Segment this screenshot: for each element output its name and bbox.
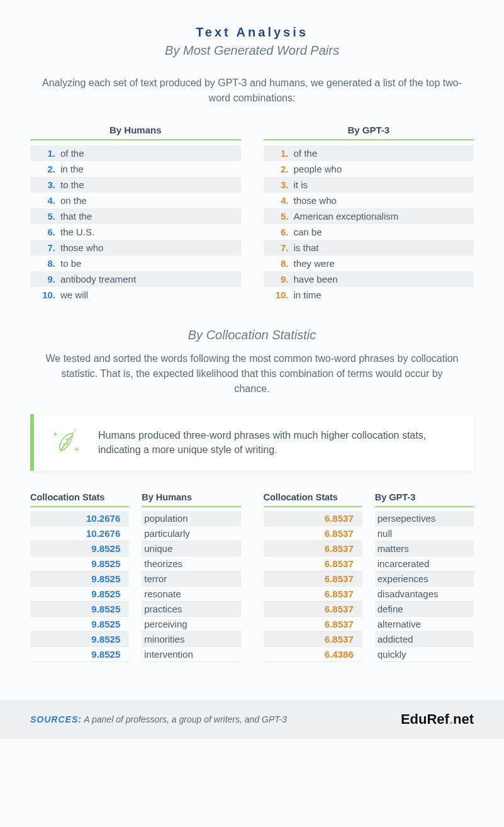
pair-text: it is	[294, 179, 308, 190]
collocation-stat: 6.8537	[264, 526, 362, 541]
list-item: 10.in time	[264, 287, 474, 303]
collocation-stat: 9.8525	[30, 556, 129, 571]
callout-box: Humans produced three-word phrases with …	[30, 414, 474, 471]
column-heading: By GPT-3	[375, 492, 474, 507]
collocation-word: persepectives	[375, 511, 474, 526]
collocation-stat: 6.8537	[264, 571, 362, 587]
section-description: We tested and sorted the words following…	[43, 351, 461, 397]
rank-number: 4.	[30, 195, 60, 206]
list-item: 4.on the	[30, 193, 241, 208]
svg-point-0	[55, 434, 56, 435]
list-item: 3.it is	[264, 177, 474, 193]
collocation-word: resonate	[142, 587, 240, 602]
collocation-word: theorizes	[142, 556, 240, 571]
svg-point-2	[75, 430, 76, 431]
column-heading: Collocation Stats	[264, 492, 362, 507]
sources-label: SOURCES:	[30, 714, 82, 724]
rank-number: 10.	[30, 290, 60, 300]
rank-number: 7.	[264, 242, 294, 253]
sources-text: SOURCES: A panel of professors, a group …	[30, 714, 287, 724]
collocation-stat: 10.2676	[30, 526, 129, 541]
pair-text: American exceptionalism	[294, 211, 399, 222]
rank-number: 2.	[30, 164, 60, 174]
column-heading: By Humans	[30, 125, 241, 140]
collocation-word: terror	[142, 571, 240, 587]
list-item: 5.that the	[30, 208, 241, 224]
rank-number: 6.	[30, 227, 60, 237]
collocation-word: quickly	[375, 647, 474, 662]
pair-text: that the	[60, 211, 92, 222]
pair-text: antibody treament	[60, 274, 136, 284]
column-heading: By GPT-3	[264, 125, 474, 140]
pair-text: to be	[60, 258, 81, 269]
pair-text: on the	[60, 195, 87, 206]
pair-text: is that	[294, 242, 319, 253]
word-pairs-humans: By Humans 1.of the2.in the3.to the4.on t…	[30, 125, 241, 303]
pair-text: those who	[294, 195, 337, 206]
collocation-word: alternative	[375, 617, 474, 632]
collocation-word: practices	[142, 602, 240, 617]
page-subtitle: By Most Generated Word Pairs	[30, 43, 474, 58]
collocation-word: population	[142, 511, 240, 526]
pair-text: have been	[294, 274, 338, 284]
list-item: 2.in the	[30, 161, 241, 177]
list-item: 6.the U.S.	[30, 224, 241, 240]
list-item: 2.people who	[264, 161, 474, 177]
collocation-stat: 6.8537	[264, 541, 362, 556]
list-item: 7.those who	[30, 240, 241, 256]
rank-number: 9.	[264, 274, 294, 284]
list-item: 3.to the	[30, 177, 241, 193]
rank-number: 9.	[30, 274, 60, 284]
rank-number: 8.	[30, 258, 60, 269]
collocation-word: addicted	[375, 632, 474, 647]
svg-point-1	[76, 449, 77, 450]
rank-number: 1.	[264, 148, 294, 159]
page-title: Text Analysis	[30, 25, 474, 40]
brand-tld: net	[453, 711, 474, 727]
rank-number: 10.	[264, 290, 294, 300]
pair-text: people who	[294, 164, 342, 174]
pair-text: we will	[60, 290, 88, 300]
collocation-stat: 6.8537	[264, 587, 362, 602]
list-item: 7.is that	[264, 240, 474, 256]
collocation-word: minorities	[142, 632, 240, 647]
collocation-word: define	[375, 602, 474, 617]
pair-text: of the	[60, 148, 84, 159]
rank-number: 6.	[264, 227, 294, 237]
collocation-stat: 6.8537	[264, 617, 362, 632]
list-item: 1.of the	[264, 145, 474, 161]
pair-text: of the	[294, 148, 318, 159]
rank-number: 5.	[264, 211, 294, 222]
pair-text: they were	[294, 258, 335, 269]
list-item: 1.of the	[30, 145, 241, 161]
list-item: 4.those who	[264, 193, 474, 208]
rank-number: 5.	[30, 211, 60, 222]
pair-text: can be	[294, 227, 322, 237]
collocation-word: experiences	[375, 571, 474, 587]
collocation-stat: 6.8537	[264, 556, 362, 571]
collocation-word: intervention	[142, 647, 240, 662]
collocation-stat: 9.8525	[30, 587, 129, 602]
list-item: 5.American exceptionalism	[264, 208, 474, 224]
rank-number: 3.	[264, 179, 294, 190]
list-item: 10.we will	[30, 287, 241, 303]
callout-text: Humans produced three-word phrases with …	[98, 428, 459, 457]
collocation-stat: 9.8525	[30, 541, 129, 556]
brand-name: EduRef	[401, 711, 449, 727]
pair-text: those who	[60, 242, 103, 253]
rank-number: 3.	[30, 179, 60, 190]
collocation-gpt3-block: Collocation Stats 6.85376.85376.85376.85…	[264, 492, 474, 662]
rank-number: 8.	[264, 258, 294, 269]
collocation-stat: 10.2676	[30, 511, 129, 526]
list-item: 9.have been	[264, 271, 474, 287]
rank-number: 2.	[264, 164, 294, 174]
collocation-stat: 9.8525	[30, 647, 129, 662]
collocation-word: unique	[142, 541, 240, 556]
pair-text: in the	[60, 164, 84, 174]
collocation-word: disadvantages	[375, 587, 474, 602]
list-item: 8.to be	[30, 256, 241, 271]
footer-bar: SOURCES: A panel of professors, a group …	[0, 700, 504, 739]
pair-text: to the	[60, 179, 84, 190]
column-heading: By Humans	[142, 492, 240, 507]
list-item: 9.antibody treament	[30, 271, 241, 287]
